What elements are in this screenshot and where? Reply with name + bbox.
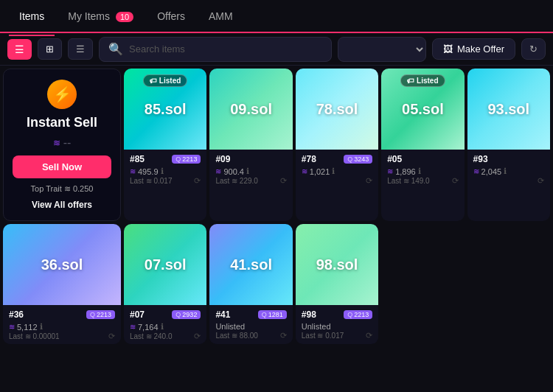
nft-id: #07: [130, 309, 145, 320]
price-dashes: ≋ --: [53, 136, 72, 150]
nft-card[interactable]: 🏷 Listed 85.sol #85 Q 2213 ≋495.9 ℹ Last…: [124, 69, 206, 221]
nft-price: ≋900.4 ℹ: [215, 167, 286, 176]
toolbar: ☰ ⊞ ☰ 🔍 🖼 Make Offer ↻: [0, 33, 553, 66]
refresh-small-icon[interactable]: ⟳: [280, 331, 287, 340]
listed-badge: 🏷 Listed: [143, 74, 187, 87]
nft-price: ≋1,021 ℹ: [302, 167, 372, 176]
sol-icon: ≋: [9, 323, 15, 331]
nft-last-row: Last ≋ 0.017 ⟳: [130, 176, 201, 186]
nft-card[interactable]: 09.sol #09 ≋900.4 ℹ Last ≋ 229.0 ⟳: [209, 69, 292, 221]
list-view-button[interactable]: ☰: [68, 38, 93, 60]
nft-unlisted: Unlisted: [215, 322, 286, 331]
tab-items[interactable]: Items: [9, 6, 55, 27]
nft-image: 93.sol: [467, 69, 550, 150]
refresh-small-icon[interactable]: ⟳: [538, 176, 544, 186]
info-icon: ℹ: [161, 167, 164, 176]
listed-badge: 🏷 Listed: [400, 74, 445, 87]
nft-row1: #36 Q 2213: [9, 309, 115, 320]
last-price: Last ≋ 0.00001: [9, 332, 60, 340]
sort-select[interactable]: [338, 37, 426, 62]
nft-image: 36.sol: [3, 224, 121, 305]
sol-icon: ≋: [387, 167, 393, 175]
nft-name: 85.sol: [145, 101, 187, 118]
grid-view-button[interactable]: ⊞: [38, 38, 62, 60]
refresh-button[interactable]: ↻: [521, 38, 546, 60]
nft-image: 🏷 Listed 85.sol: [124, 69, 206, 150]
nft-name: 05.sol: [402, 101, 444, 118]
nft-card[interactable]: 36.sol #36 Q 2213 ≋5,112 ℹ Last ≋ 0.0000…: [3, 224, 121, 344]
make-offer-button[interactable]: 🖼 Make Offer: [432, 38, 515, 60]
nft-card[interactable]: 98.sol #98 Q 2213 Unlisted Last ≋ 0.017 …: [296, 224, 378, 344]
nft-name: 93.sol: [487, 101, 529, 118]
nft-last-row: ⟳: [302, 176, 372, 186]
last-price: Last ≋ 88.00: [215, 332, 257, 340]
nft-card[interactable]: 🏷 Listed 05.sol #05 ≋1,896 ℹ Last ≋ 149.…: [381, 69, 464, 221]
search-bar: 🔍: [99, 37, 332, 62]
nft-image: 07.sol: [124, 224, 206, 305]
nft-price: ≋2,045 ℹ: [473, 167, 544, 176]
info-icon: ℹ: [40, 322, 43, 332]
last-price: Last ≋ 0.017: [302, 332, 344, 340]
lightning-icon: ⚡: [47, 80, 77, 109]
sol-icon: ≋: [302, 167, 307, 175]
nft-name: 98.sol: [316, 256, 358, 273]
nft-card[interactable]: 93.sol #93 ≋2,045 ℹ ⟳: [467, 69, 550, 221]
nft-name: 41.sol: [230, 256, 272, 273]
nft-info: #85 Q 2213 ≋495.9 ℹ Last ≋ 0.017 ⟳: [124, 150, 206, 189]
nft-id: #93: [473, 154, 488, 164]
list-icon: ☰: [76, 43, 85, 55]
instant-sell-title: Instant Sell: [27, 115, 97, 130]
info-icon: ℹ: [418, 167, 421, 176]
nft-image: 98.sol: [296, 224, 378, 305]
nft-id: #85: [130, 154, 145, 164]
nft-card[interactable]: 41.sol #41 Q 1281 Unlisted Last ≋ 88.00 …: [209, 224, 292, 344]
refresh-small-icon[interactable]: ⟳: [108, 332, 115, 341]
nft-row1: #41 Q 1281: [215, 309, 286, 320]
nft-image: 41.sol: [209, 224, 292, 305]
nft-id: #05: [387, 154, 402, 164]
nft-card[interactable]: 07.sol #07 Q 2932 ≋7,164 ℹ Last ≋ 240.0 …: [124, 224, 206, 344]
nft-info: #07 Q 2932 ≋7,164 ℹ Last ≋ 240.0 ⟳: [124, 305, 206, 344]
refresh-small-icon[interactable]: ⟳: [194, 176, 201, 186]
rank-badge: Q 1281: [258, 310, 287, 319]
rank-badge: Q 2213: [86, 310, 115, 319]
refresh-small-icon[interactable]: ⟳: [452, 176, 459, 186]
nft-row1: #07 Q 2932: [130, 309, 201, 320]
sol-icon: ≋: [130, 167, 136, 175]
refresh-small-icon[interactable]: ⟳: [366, 331, 372, 340]
refresh-small-icon[interactable]: ⟳: [366, 176, 372, 186]
nft-id: #09: [215, 154, 230, 164]
my-items-badge: 10: [116, 12, 133, 22]
top-trait-label: Top Trait ≋ 0.250: [31, 184, 94, 194]
info-icon: ℹ: [161, 322, 164, 332]
last-price: Last ≋ 240.0: [130, 332, 172, 340]
tab-offers[interactable]: Offers: [147, 6, 195, 27]
nft-price: ≋7,164 ℹ: [130, 322, 201, 332]
nft-grid: ⚡ Instant Sell ≋ -- Sell Now Top Trait ≋…: [0, 66, 553, 347]
nft-last-row: Last ≋ 0.017 ⟳: [302, 331, 372, 340]
nft-info: #05 ≋1,896 ℹ Last ≋ 149.0 ⟳: [381, 150, 464, 189]
nft-row1: #93: [473, 154, 544, 164]
refresh-small-icon[interactable]: ⟳: [280, 176, 287, 186]
tab-my-items[interactable]: My Items 10: [58, 6, 144, 27]
sol-icon: ≋: [53, 138, 60, 148]
nft-image: 🏷 Listed 05.sol: [381, 69, 464, 150]
rank-badge: Q 2213: [344, 310, 372, 319]
nft-price: ≋5,112 ℹ: [9, 322, 115, 332]
nft-name: 09.sol: [230, 101, 272, 118]
nft-unlisted: Unlisted: [302, 322, 372, 331]
tab-amm[interactable]: AMM: [198, 6, 243, 27]
nft-row1: #98 Q 2213: [302, 309, 372, 320]
nft-name: 07.sol: [145, 256, 187, 273]
search-input[interactable]: [129, 43, 322, 55]
sell-now-button[interactable]: Sell Now: [13, 155, 111, 178]
refresh-small-icon[interactable]: ⟳: [194, 332, 201, 341]
nft-info: #09 ≋900.4 ℹ Last ≋ 229.0 ⟳: [209, 150, 292, 189]
nft-card[interactable]: 78.sol #78 Q 3243 ≋1,021 ℹ ⟳: [296, 69, 378, 221]
view-all-offers-link[interactable]: View All offers: [32, 200, 92, 210]
nft-info: #98 Q 2213 Unlisted Last ≋ 0.017 ⟳: [296, 305, 378, 343]
filter-button[interactable]: ☰: [7, 39, 32, 60]
offer-icon: 🖼: [443, 43, 453, 55]
sol-icon: ≋: [215, 167, 221, 175]
nft-price: ≋495.9 ℹ: [130, 167, 201, 176]
